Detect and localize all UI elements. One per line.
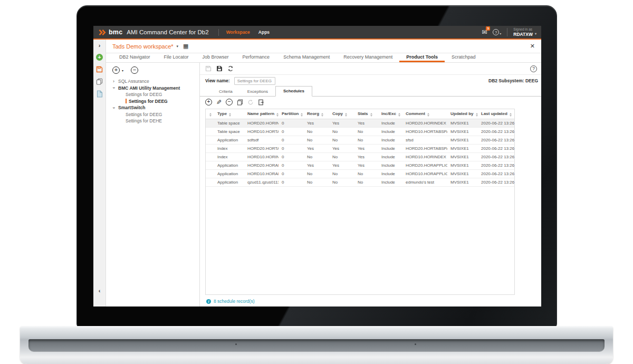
copy-workspace-icon[interactable]: [96, 78, 103, 85]
tree-caret-icon[interactable]: [113, 106, 118, 110]
row-select-cell[interactable]: [206, 178, 214, 186]
row-select-cell[interactable]: [206, 144, 214, 152]
settings-subtab[interactable]: Schedules: [275, 86, 312, 97]
column-header[interactable]: Updated by: [447, 109, 478, 119]
workspace-title[interactable]: Tads Demo workspace*: [112, 43, 174, 50]
cell-comment: HORD10.HORINDEX: [402, 152, 447, 161]
column-header[interactable]: Type: [214, 109, 244, 119]
view-name-input[interactable]: [234, 77, 275, 85]
topbar-nav-link[interactable]: Apps: [258, 30, 270, 35]
main-tab[interactable]: Performance: [236, 53, 277, 62]
tree-item[interactable]: SmartSwitch: [106, 104, 199, 111]
main-tab[interactable]: Job Browser: [196, 53, 236, 62]
save-all-icon[interactable]: [216, 65, 223, 72]
main-tab[interactable]: Product Tools: [399, 53, 445, 62]
copy-schedule-icon[interactable]: [237, 99, 243, 106]
cell-updated-by: MVSIXE1: [447, 136, 478, 144]
column-header[interactable]: Comment: [402, 109, 447, 119]
add-node-button[interactable]: [112, 66, 120, 74]
add-node-dropdown-icon[interactable]: [122, 69, 123, 72]
row-select-cell[interactable]: [206, 169, 214, 178]
cell-partition: 0: [279, 169, 304, 178]
table-row[interactable]: Table space HORD10.HORTABS... 0 No No No…: [206, 127, 515, 136]
settings-subtab[interactable]: Exceptions: [240, 87, 275, 96]
column-header[interactable]: Stats: [354, 109, 378, 119]
cell-last-updated: 2020-06-22 13:26:58: [478, 152, 515, 161]
tree-item[interactable]: Settings for DEEG: [106, 98, 199, 105]
topbar-nav-link[interactable]: Workspace: [226, 30, 250, 35]
collapse-panel-icon[interactable]: [99, 288, 101, 294]
tree-item[interactable]: Settings for DEHE: [106, 118, 199, 124]
workspace-grid-icon[interactable]: [183, 43, 188, 49]
table-row[interactable]: Application HORD10.HORAPPLIC 0 No No No …: [206, 169, 515, 178]
tree-caret-icon[interactable]: [113, 85, 118, 90]
table-row[interactable]: Application qzud11.qzus0111 0 No No No I…: [206, 178, 515, 186]
cell-name-pattern: HORD20.HORTABS...: [244, 144, 279, 152]
main-tab[interactable]: Scratchpad: [445, 53, 483, 62]
main-tab[interactable]: DB2 Navigator: [112, 53, 157, 62]
tree-caret-icon[interactable]: [113, 79, 118, 84]
table-row[interactable]: Application HORD20.HORAPPLIC 0 Yes Yes Y…: [206, 161, 515, 169]
bmc-logo-text: bmc: [109, 28, 122, 36]
sort-icon: [321, 113, 323, 117]
help-icon[interactable]: [530, 65, 537, 72]
cell-type: Application: [214, 169, 244, 178]
main-tab[interactable]: File Locator: [157, 53, 196, 62]
topbar-nav: WorkspaceApps: [226, 30, 270, 35]
column-header[interactable]: Inc/Exc: [378, 109, 402, 119]
document-icon[interactable]: [97, 90, 103, 98]
save-icon[interactable]: [205, 65, 212, 72]
close-icon[interactable]: [530, 43, 535, 50]
settings-subtab-bar: CriteriaExceptionsSchedules: [200, 87, 541, 97]
expand-panel-icon[interactable]: [99, 42, 101, 49]
cell-partition: 0: [279, 178, 304, 186]
cell-inc-exc: Include: [378, 152, 402, 161]
row-select-cell[interactable]: [206, 161, 214, 169]
column-header[interactable]: Partition: [279, 109, 304, 119]
cell-updated-by: MVSIXE1: [447, 144, 478, 152]
table-row[interactable]: Index HORD10.HORINDEX 0 No No Yes Includ…: [206, 152, 515, 161]
row-select-cell[interactable]: [206, 127, 214, 136]
main-tab[interactable]: Schema Management: [276, 53, 337, 62]
table-row[interactable]: Table space HORD20.HORINDEX 0 Yes Yes Ye…: [206, 119, 515, 127]
sort-icon: [276, 113, 279, 117]
workspace-dropdown-icon[interactable]: [177, 44, 179, 49]
table-row[interactable]: Application sdfsdf 0 No No No Include sf…: [206, 136, 515, 144]
edit-schedule-icon[interactable]: [216, 99, 222, 106]
app-top-bar: bmc AMI Command Center for Db2 Workspace…: [93, 26, 541, 40]
user-menu-button[interactable]: Signed in as RDATXW: [513, 27, 536, 37]
tree-item[interactable]: Settings for DEEG: [106, 91, 199, 98]
username: RDATXW: [513, 32, 533, 37]
add-schedule-button[interactable]: [205, 99, 212, 106]
row-select-column-header[interactable]: [206, 109, 214, 119]
column-header[interactable]: Reorg: [304, 109, 329, 119]
cell-last-updated: 2020-06-22 13:26:58: [478, 119, 515, 127]
sort-icon: [345, 113, 347, 117]
row-select-cell[interactable]: [206, 136, 214, 144]
tree-item[interactable]: Settings for DEEG: [106, 111, 199, 118]
column-header[interactable]: Last updated: [478, 109, 515, 119]
tree-item[interactable]: SQL Assurance: [106, 78, 199, 85]
column-header[interactable]: Name pattern: [244, 109, 279, 119]
cell-stats: No: [354, 178, 378, 186]
cell-inc-exc: Include: [378, 169, 402, 178]
settings-subtab[interactable]: Criteria: [212, 87, 240, 96]
save-workspace-icon[interactable]: [96, 66, 103, 73]
tree-item-label: Settings for DEEG: [129, 99, 168, 104]
main-tab[interactable]: Recovery Management: [337, 53, 399, 62]
row-select-cell[interactable]: [206, 152, 214, 161]
refresh-schedules-icon[interactable]: [247, 99, 254, 106]
export-schedule-icon[interactable]: [258, 99, 264, 106]
refresh-icon[interactable]: [227, 65, 234, 72]
cell-inc-exc: Include: [378, 119, 402, 127]
row-select-cell[interactable]: [206, 119, 214, 127]
notifications-button[interactable]: 5: [482, 28, 487, 36]
column-header[interactable]: Copy: [329, 109, 354, 119]
remove-schedule-button[interactable]: [226, 99, 233, 106]
help-menu-button[interactable]: [493, 29, 501, 35]
table-row[interactable]: Index HORD20.HORTABS... 0 Yes Yes Yes In…: [206, 144, 515, 152]
add-workspace-button[interactable]: [96, 54, 103, 61]
remove-node-button[interactable]: [131, 66, 138, 74]
tree-item[interactable]: BMC AMI Utility Management: [106, 85, 199, 92]
chevron-down-icon: [535, 32, 536, 36]
